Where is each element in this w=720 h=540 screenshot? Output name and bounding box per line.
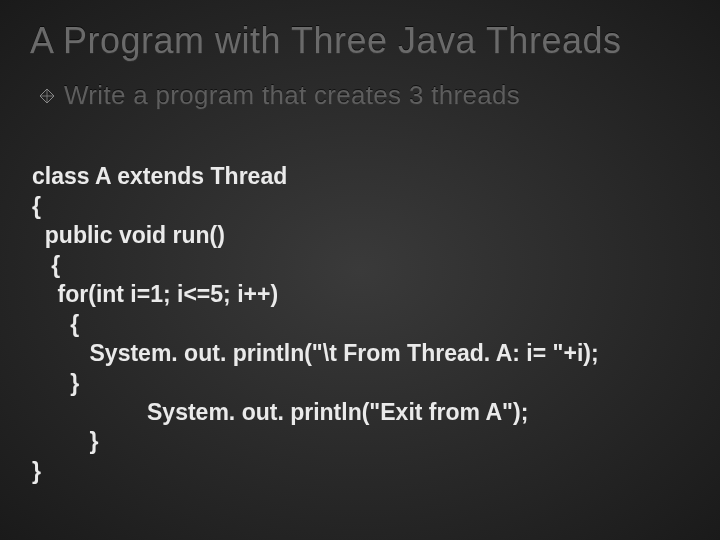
bullet-text: Write a program that creates 3 threads bbox=[64, 80, 520, 111]
code-line: } bbox=[32, 428, 98, 454]
code-line: System. out. println("Exit from A"); bbox=[32, 399, 528, 425]
bullet-item: Write a program that creates 3 threads bbox=[40, 80, 690, 111]
code-line: System. out. println("\t From Thread. A:… bbox=[32, 340, 599, 366]
page-title: A Program with Three Java Threads bbox=[30, 20, 690, 62]
code-line: } bbox=[32, 458, 41, 484]
slide: A Program with Three Java Threads Write … bbox=[0, 0, 720, 540]
diamond-bullet-icon bbox=[40, 89, 54, 103]
code-line: for(int i=1; i<=5; i++) bbox=[32, 281, 278, 307]
code-line: { bbox=[32, 311, 79, 337]
code-line: } bbox=[32, 370, 79, 396]
code-line: public void run() bbox=[32, 222, 225, 248]
code-line: { bbox=[32, 252, 60, 278]
code-block: class A extends Thread { public void run… bbox=[32, 133, 690, 486]
code-line: { bbox=[32, 193, 41, 219]
code-line: class A extends Thread bbox=[32, 163, 287, 189]
